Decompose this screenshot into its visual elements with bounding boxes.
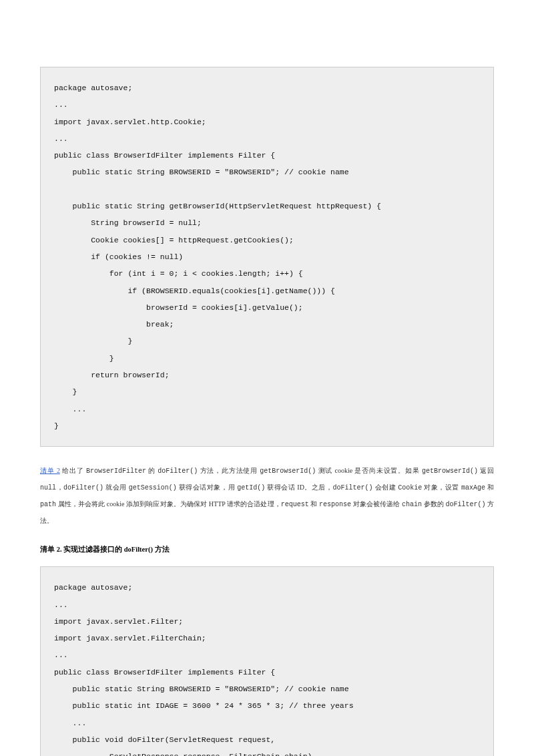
text: 对象会被传递给	[351, 500, 402, 508]
inline-code: doFilter()	[158, 467, 198, 475]
text: 返回	[478, 467, 494, 474]
page-content: package autosave; ... import javax.servl…	[0, 0, 534, 756]
code-listing-1: package autosave; ... import javax.servl…	[40, 67, 494, 447]
text: 会创建	[373, 484, 398, 491]
inline-code: chain	[402, 501, 422, 508]
inline-code: maxAge	[461, 484, 485, 492]
inline-code: doFilter()	[445, 501, 485, 508]
listing-2-title: 清单 2. 实现过滤器接口的 doFilter() 方法	[40, 545, 494, 554]
text: 测试 cookie 是否尚未设置。如果	[316, 467, 422, 474]
inline-code: response	[319, 501, 351, 508]
listing-2-link[interactable]: 清单 2	[40, 467, 60, 474]
paragraph-1: 清单 2 给出了 BrowserIdFilter 的 doFilter() 方法…	[40, 463, 494, 529]
inline-code: null	[40, 484, 56, 492]
inline-code: getBrowserId()	[260, 467, 316, 475]
inline-code: BrowserIdFilter	[86, 467, 146, 475]
text: 方法，此方法使用	[198, 467, 260, 474]
text: 就会用	[103, 484, 129, 491]
top-padding	[40, 0, 494, 67]
inline-code: doFilter()	[333, 484, 373, 492]
text: 和	[309, 500, 319, 508]
text: 获得会话对象，用	[177, 484, 237, 491]
text: 获得会话 ID。之后，	[265, 484, 332, 491]
text: 参数的	[422, 500, 445, 508]
text: 属性，并会将此 cookie 添加到响应对象。为确保对 HTTP 请求的合适处理…	[56, 500, 281, 508]
inline-code: getSession()	[129, 484, 177, 492]
inline-code: doFilter()	[63, 484, 103, 492]
inline-code: Cookie	[398, 484, 422, 492]
inline-code: request	[281, 501, 309, 508]
text: ，	[56, 484, 63, 491]
inline-code: getBrowserId()	[422, 467, 478, 475]
text: 给出了	[60, 467, 86, 474]
text: 和	[485, 484, 494, 491]
code-listing-2: package autosave; ... import javax.servl…	[40, 566, 494, 756]
text: 的	[146, 467, 158, 474]
text: 对象，设置	[422, 484, 461, 491]
inline-code: getId()	[237, 484, 265, 492]
inline-code: path	[40, 501, 56, 508]
